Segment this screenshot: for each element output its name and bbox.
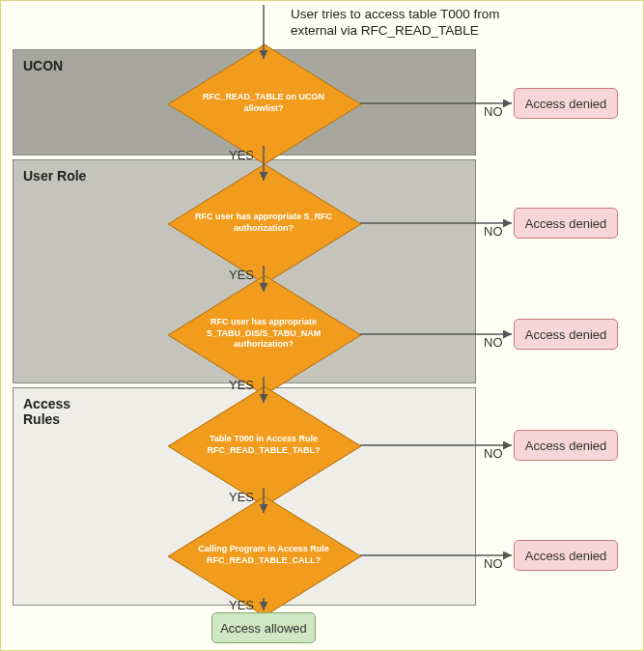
section-user-role-label: User Role bbox=[23, 168, 86, 184]
flowchart-canvas: User tries to access table T000 from ext… bbox=[0, 0, 644, 651]
outcome-denied-3: Access denied bbox=[514, 319, 618, 350]
edge-no-5: NO bbox=[484, 556, 503, 571]
decision-srfc-auth: RFC user has appropriate S_RFC authoriza… bbox=[167, 184, 360, 262]
outcome-allowed: Access allowed bbox=[211, 612, 316, 643]
decision-srfc-auth-text: RFC user has appropriate S_RFC authoriza… bbox=[186, 212, 341, 234]
outcome-denied-5-text: Access denied bbox=[525, 549, 607, 563]
outcome-denied-5: Access denied bbox=[514, 540, 618, 571]
decision-stabu-auth: RFC user has appropriate S_TABU_DIS/S_TA… bbox=[167, 296, 360, 373]
edge-yes-1: YES bbox=[229, 148, 254, 162]
edge-yes-3: YES bbox=[229, 378, 254, 392]
edge-no-2: NO bbox=[484, 224, 503, 239]
outcome-allowed-text: Access allowed bbox=[220, 621, 307, 636]
outcome-denied-2: Access denied bbox=[514, 208, 618, 239]
decision-stabu-auth-text: RFC user has appropriate S_TABU_DIS/S_TA… bbox=[186, 317, 341, 351]
outcome-denied-4: Access denied bbox=[514, 430, 618, 461]
outcome-denied-4-text: Access denied bbox=[525, 439, 607, 453]
edge-no-3: NO bbox=[484, 335, 503, 350]
decision-caller-rule: Calling Program in Access Rule RFC_READ_… bbox=[167, 517, 360, 594]
edge-no-4: NO bbox=[484, 446, 503, 461]
edge-no-1: NO bbox=[484, 104, 503, 119]
decision-ucon-allowlist-text: RFC_READ_TABLE on UCON allowlist? bbox=[186, 92, 341, 114]
decision-caller-rule-text: Calling Program in Access Rule RFC_READ_… bbox=[186, 544, 341, 566]
outcome-denied-1-text: Access denied bbox=[525, 97, 607, 111]
section-access-rules-label: Access Rules bbox=[23, 396, 81, 427]
header-text: User tries to access table T000 from ext… bbox=[291, 7, 542, 40]
section-ucon-label: UCON bbox=[23, 58, 63, 73]
decision-table-rule-text: Table T000 in Access Rule RFC_READ_TABLE… bbox=[186, 434, 341, 456]
decision-ucon-allowlist: RFC_READ_TABLE on UCON allowlist? bbox=[167, 65, 360, 142]
outcome-denied-2-text: Access denied bbox=[525, 216, 607, 231]
edge-yes-4: YES bbox=[229, 490, 254, 504]
edge-yes-2: YES bbox=[229, 268, 254, 282]
outcome-denied-1: Access denied bbox=[514, 88, 618, 119]
outcome-denied-3-text: Access denied bbox=[525, 327, 607, 342]
edge-yes-5: YES bbox=[229, 598, 254, 612]
decision-table-rule: Table T000 in Access Rule RFC_READ_TABLE… bbox=[167, 407, 360, 484]
